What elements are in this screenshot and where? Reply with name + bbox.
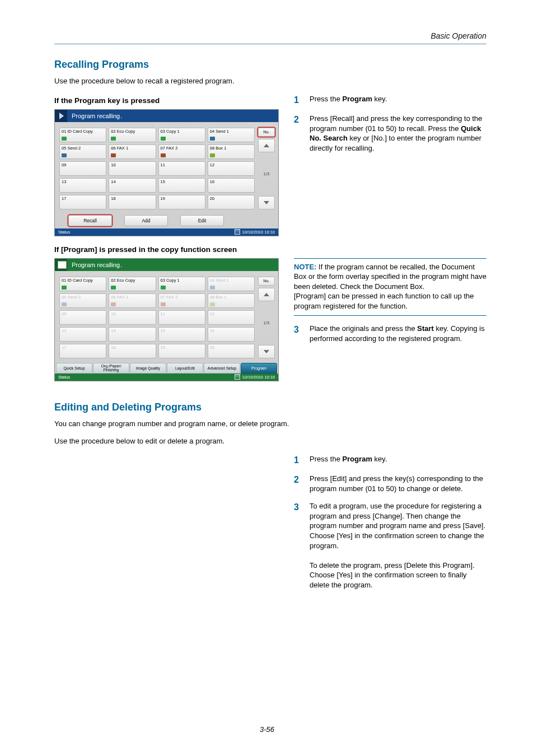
program-slot-disabled: 18 xyxy=(109,344,156,358)
program-slot[interactable]: 02 Eco Copy xyxy=(109,277,156,291)
scroll-down-button[interactable] xyxy=(258,196,275,209)
if-program-key-pressed-label: If the Program key is pressed xyxy=(54,96,278,105)
slot-label: 14 xyxy=(111,329,115,333)
program-slot[interactable]: 03 Copy 1 xyxy=(158,277,205,291)
scroll-down-button[interactable] xyxy=(258,345,275,358)
slot-label: 01 ID Card Copy xyxy=(62,278,93,283)
running-header: Basic Operation xyxy=(54,31,486,40)
program-tab[interactable]: Program xyxy=(241,363,277,374)
program-slot-disabled: 07 FAX 2 xyxy=(158,293,205,308)
page-indicator: 1/3 xyxy=(258,155,275,194)
status-label[interactable]: Status xyxy=(58,375,70,380)
copy-icon xyxy=(161,286,166,290)
program-slot[interactable]: 03 Copy 1 xyxy=(158,128,205,142)
program-slot-disabled: 14 xyxy=(109,327,156,342)
scroll-up-button[interactable] xyxy=(258,139,275,152)
page-number: 3-56 xyxy=(0,725,534,734)
slot-label: 11 xyxy=(161,312,165,316)
slot-label: 18 xyxy=(111,197,115,201)
program-slot[interactable]: 14 xyxy=(109,178,156,193)
program-slot-disabled: 08 Box 1 xyxy=(208,293,255,308)
layout-edit-tab[interactable]: Layout/Edit xyxy=(167,363,203,374)
program-slot[interactable]: 12 xyxy=(208,161,255,176)
send-icon xyxy=(210,137,215,141)
program-slot[interactable]: 20 xyxy=(208,195,255,209)
org-paper-finishing-tab[interactable]: Org./Paper/ Finishing xyxy=(93,363,129,374)
chevron-up-icon xyxy=(264,144,269,147)
program-grid: 01 ID Card Copy 02 Eco Copy 03 Copy 1 04… xyxy=(59,277,255,358)
image-quality-tab[interactable]: Image Quality xyxy=(130,363,166,374)
page-indicator: 1/3 xyxy=(258,304,275,343)
slot-label: 14 xyxy=(111,180,115,184)
slot-label: 19 xyxy=(161,346,165,350)
program-slot[interactable]: 09 xyxy=(59,161,106,176)
program-slot-disabled: 15 xyxy=(158,327,205,342)
program-slot-disabled: 04 Send 1 xyxy=(208,277,255,291)
step3-text: Place the originals and press the Start … xyxy=(310,324,486,343)
slot-label: 18 xyxy=(111,346,115,350)
slot-label: 08 Box 1 xyxy=(210,146,227,151)
timestamp-label: 10/10/2010 10:10 xyxy=(242,230,275,235)
box-icon xyxy=(210,302,215,306)
slot-label: 04 Send 1 xyxy=(210,278,229,283)
fax-icon xyxy=(111,302,116,306)
no-button[interactable]: No. xyxy=(258,277,275,286)
program-recall-screenshot-copy: Program recalling. 01 ID Card Copy 02 Ec… xyxy=(54,258,279,381)
program-slot[interactable]: 06 FAX 1 xyxy=(109,144,156,159)
advanced-setup-tab[interactable]: Advanced Setup xyxy=(204,363,240,374)
program-grid: 01 ID Card Copy 02 Eco Copy 03 Copy 1 04… xyxy=(59,128,255,209)
program-slot[interactable]: 19 xyxy=(158,195,205,209)
program-slot-disabled: 20 xyxy=(208,344,255,358)
fax-icon xyxy=(111,153,116,157)
fax-icon xyxy=(161,153,166,157)
slot-label: 03 Copy 1 xyxy=(161,278,180,283)
program-slot[interactable]: 11 xyxy=(158,161,205,176)
memory-icon xyxy=(235,229,240,235)
slot-label: 12 xyxy=(210,312,214,316)
program-slot[interactable]: 07 FAX 2 xyxy=(158,144,205,159)
slot-label: 19 xyxy=(161,197,165,201)
program-slot-disabled: 05 Send 2 xyxy=(59,293,106,308)
note-body-1: If the program cannot be recalled, the D… xyxy=(294,263,486,291)
slot-label: 09 xyxy=(62,163,66,167)
scroll-up-button[interactable] xyxy=(258,288,275,301)
program-slot[interactable]: 04 Send 1 xyxy=(208,128,255,142)
program-slot[interactable]: 10 xyxy=(109,161,156,176)
if-program-pressed-copy-label: If [Program] is pressed in the copy func… xyxy=(54,245,486,254)
program-slot[interactable]: 18 xyxy=(109,195,156,209)
program-slot[interactable]: 05 Send 2 xyxy=(59,144,106,159)
status-bar: Status 10/10/2010 10:10 xyxy=(55,228,278,236)
note-body-2: [Program] can be pressed in each functio… xyxy=(294,292,474,310)
program-slot[interactable]: 01 ID Card Copy xyxy=(59,277,106,291)
quick-setup-tab[interactable]: Quick Setup xyxy=(56,363,92,374)
slot-label: 03 Copy 1 xyxy=(161,129,180,134)
box-icon xyxy=(210,153,215,157)
program-slot[interactable]: 08 Box 1 xyxy=(208,144,255,159)
step2-text: Press [Recall] and press the key corresp… xyxy=(310,114,486,153)
status-label[interactable]: Status xyxy=(58,230,70,235)
edit-step-number-2: 2 xyxy=(294,474,302,493)
program-slot[interactable]: 15 xyxy=(158,178,205,193)
header-copy-icon xyxy=(55,259,67,271)
slot-label: 11 xyxy=(161,163,165,167)
program-slot-disabled: 12 xyxy=(208,310,255,325)
add-tab[interactable]: Add xyxy=(124,215,168,226)
copy-icon xyxy=(62,137,67,141)
program-slot[interactable]: 13 xyxy=(59,178,106,193)
step1-text: Press the Program key. xyxy=(310,94,486,106)
no-button[interactable]: No. xyxy=(258,128,275,137)
recall-tab[interactable]: Recall xyxy=(68,215,112,226)
slot-label: 20 xyxy=(210,346,214,350)
program-slot[interactable]: 16 xyxy=(208,178,255,193)
program-slot[interactable]: 01 ID Card Copy xyxy=(59,128,106,142)
program-slot[interactable]: 02 Eco Copy xyxy=(109,128,156,142)
screenshot-title-dot: . xyxy=(120,113,122,119)
edit-tab[interactable]: Edit xyxy=(180,215,224,226)
slot-label: 15 xyxy=(161,180,165,184)
slot-label: 20 xyxy=(210,197,214,201)
header-rule xyxy=(54,44,486,44)
slot-label: 16 xyxy=(210,180,214,184)
program-slot[interactable]: 17 xyxy=(59,195,106,209)
slot-label: 01 ID Card Copy xyxy=(62,129,93,134)
copy-icon xyxy=(111,137,116,141)
